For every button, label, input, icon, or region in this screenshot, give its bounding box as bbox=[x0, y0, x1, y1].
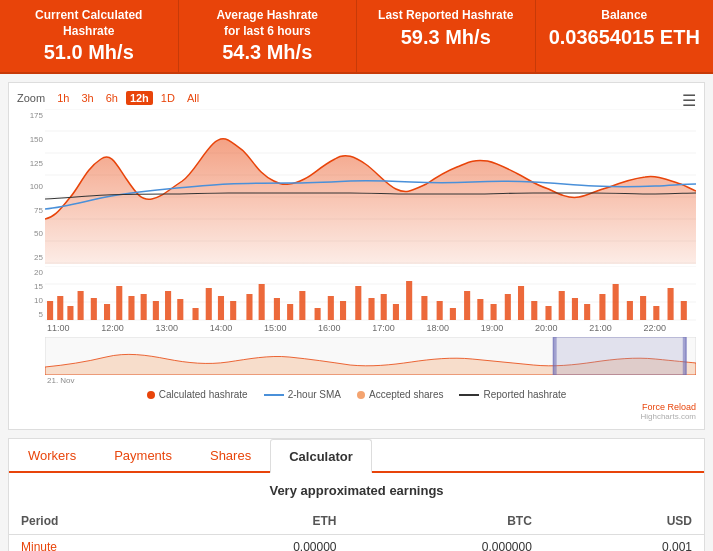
svg-rect-45 bbox=[477, 299, 483, 320]
svg-rect-57 bbox=[640, 296, 646, 320]
current-hashrate-label: Current CalculatedHashrate bbox=[12, 8, 166, 39]
tab-payments[interactable]: Payments bbox=[95, 439, 191, 471]
y-axis-hashrate: 175 150 125 100 75 50 25 bbox=[17, 109, 45, 264]
table-row: Minute 0.00000 0.000000 0.001 bbox=[9, 535, 704, 551]
current-hashrate-box: Current CalculatedHashrate 51.0 Mh/s bbox=[0, 0, 179, 72]
col-eth: ETH bbox=[171, 508, 349, 535]
zoom-12h[interactable]: 12h bbox=[126, 91, 153, 105]
svg-rect-52 bbox=[572, 298, 578, 320]
legend-sma-label: 2-hour SMA bbox=[288, 389, 341, 400]
tab-workers[interactable]: Workers bbox=[9, 439, 95, 471]
col-period: Period bbox=[9, 508, 171, 535]
cell-period: Minute bbox=[9, 535, 171, 551]
zoom-label: Zoom bbox=[17, 92, 45, 104]
legend-reported-label: Reported hashrate bbox=[483, 389, 566, 400]
svg-rect-20 bbox=[141, 294, 147, 320]
svg-rect-39 bbox=[393, 304, 399, 320]
svg-rect-48 bbox=[518, 286, 524, 320]
overview-chart: 21. Nov bbox=[45, 337, 696, 385]
chart-container: Zoom 1h 3h 6h 12h 1D All ☰ 175 150 125 1… bbox=[8, 82, 705, 430]
calculator-title: Very approximated earnings bbox=[9, 473, 704, 508]
svg-rect-44 bbox=[464, 291, 470, 320]
svg-rect-15 bbox=[78, 291, 84, 320]
legend-sma: 2-hour SMA bbox=[264, 389, 341, 400]
earnings-table-body: Minute 0.00000 0.000000 0.001 Hour 0.000… bbox=[9, 535, 704, 551]
zoom-1h[interactable]: 1h bbox=[53, 91, 73, 105]
svg-rect-38 bbox=[381, 294, 387, 320]
earnings-table: Period ETH BTC USD Minute 0.00000 0.0000… bbox=[9, 508, 704, 551]
balance-box: Balance 0.03654015 ETH bbox=[536, 0, 714, 72]
svg-rect-64 bbox=[683, 337, 687, 375]
cell-usd: 0.001 bbox=[544, 535, 704, 551]
svg-rect-62 bbox=[554, 337, 686, 375]
svg-rect-27 bbox=[230, 301, 236, 320]
tabs-section: Workers Payments Shares Calculator Very … bbox=[8, 438, 705, 551]
legend-reported: Reported hashrate bbox=[459, 389, 566, 400]
tabs-bar: Workers Payments Shares Calculator bbox=[9, 439, 704, 473]
svg-rect-33 bbox=[315, 308, 321, 320]
svg-rect-41 bbox=[421, 296, 427, 320]
svg-rect-37 bbox=[368, 298, 374, 320]
legend-calculated-dot bbox=[147, 391, 155, 399]
cell-btc: 0.000000 bbox=[349, 535, 544, 551]
zoom-6h[interactable]: 6h bbox=[102, 91, 122, 105]
avg-hashrate-value: 54.3 Mh/s bbox=[191, 41, 345, 64]
svg-rect-29 bbox=[259, 284, 265, 320]
force-reload-link[interactable]: Force Reload bbox=[642, 402, 696, 412]
tab-calculator[interactable]: Calculator bbox=[270, 439, 372, 473]
legend-calculated: Calculated hashrate bbox=[147, 389, 248, 400]
svg-rect-40 bbox=[406, 281, 412, 320]
main-chart-area bbox=[45, 109, 696, 264]
col-usd: USD bbox=[544, 508, 704, 535]
svg-rect-13 bbox=[57, 296, 63, 320]
legend-shares-dot bbox=[357, 391, 365, 399]
legend-reported-line bbox=[459, 394, 479, 396]
chart-menu-icon[interactable]: ☰ bbox=[682, 91, 696, 110]
svg-rect-59 bbox=[668, 288, 674, 320]
last-hashrate-box: Last Reported Hashrate 59.3 Mh/s bbox=[357, 0, 536, 72]
svg-rect-28 bbox=[246, 294, 252, 320]
svg-rect-58 bbox=[653, 306, 659, 320]
svg-rect-21 bbox=[153, 301, 159, 320]
svg-rect-23 bbox=[177, 299, 183, 320]
shares-chart-wrapper: 20 15 10 5 bbox=[17, 266, 696, 321]
last-hashrate-label: Last Reported Hashrate bbox=[369, 8, 523, 24]
svg-rect-51 bbox=[559, 291, 565, 320]
avg-hashrate-label: Average Hashratefor last 6 hours bbox=[191, 8, 345, 39]
svg-rect-46 bbox=[491, 304, 497, 320]
zoom-3h[interactable]: 3h bbox=[77, 91, 97, 105]
svg-rect-49 bbox=[531, 301, 537, 320]
shares-chart-area bbox=[45, 266, 696, 321]
highcharts-ref: Highcharts.com bbox=[17, 412, 696, 421]
svg-rect-55 bbox=[613, 284, 619, 320]
table-header-row: Period ETH BTC USD bbox=[9, 508, 704, 535]
svg-rect-16 bbox=[91, 298, 97, 320]
svg-rect-53 bbox=[584, 304, 590, 320]
svg-rect-18 bbox=[116, 286, 122, 320]
svg-rect-43 bbox=[450, 308, 456, 320]
svg-rect-50 bbox=[545, 306, 551, 320]
svg-rect-47 bbox=[505, 294, 511, 320]
hashrate-svg bbox=[45, 109, 696, 264]
svg-rect-42 bbox=[437, 301, 443, 320]
svg-rect-31 bbox=[287, 304, 293, 320]
svg-rect-26 bbox=[218, 296, 224, 320]
balance-value: 0.03654015 ETH bbox=[548, 26, 702, 49]
zoom-1d[interactable]: 1D bbox=[157, 91, 179, 105]
svg-rect-30 bbox=[274, 298, 280, 320]
current-hashrate-value: 51.0 Mh/s bbox=[12, 41, 166, 64]
y-axis-shares: 20 15 10 5 bbox=[17, 266, 45, 321]
overview-svg bbox=[45, 337, 696, 375]
shares-svg bbox=[45, 266, 696, 321]
svg-rect-12 bbox=[47, 301, 53, 320]
avg-hashrate-box: Average Hashratefor last 6 hours 54.3 Mh… bbox=[179, 0, 358, 72]
svg-rect-54 bbox=[599, 294, 605, 320]
zoom-all[interactable]: All bbox=[183, 91, 203, 105]
svg-rect-14 bbox=[67, 306, 73, 320]
svg-rect-24 bbox=[192, 308, 198, 320]
overview-wrapper: 21. Nov bbox=[17, 337, 696, 385]
tab-shares[interactable]: Shares bbox=[191, 439, 270, 471]
svg-rect-35 bbox=[340, 301, 346, 320]
balance-label: Balance bbox=[548, 8, 702, 24]
svg-rect-60 bbox=[681, 301, 687, 320]
